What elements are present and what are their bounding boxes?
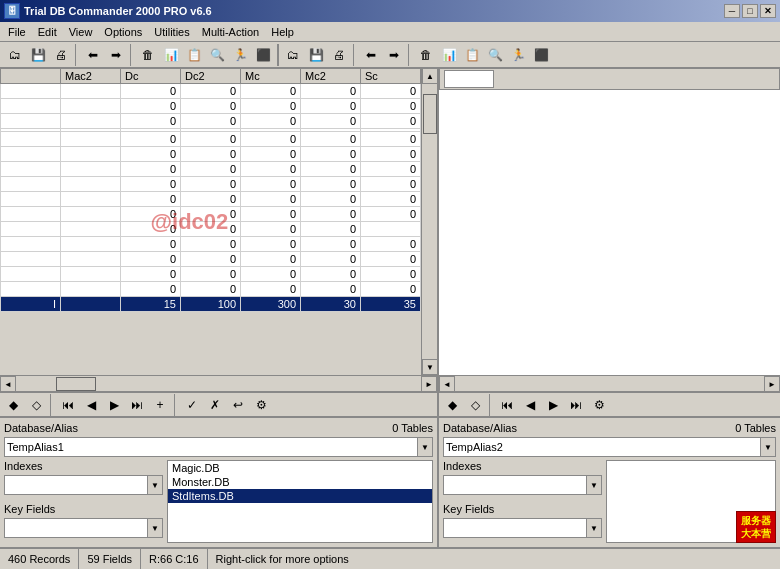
minimize-button[interactable]: ─ (724, 4, 740, 18)
scroll-down-btn[interactable]: ▼ (422, 359, 437, 375)
left-scrollbar-v[interactable]: ▲ ▼ (421, 68, 437, 375)
menu-help[interactable]: Help (265, 24, 300, 40)
left-indexes-input[interactable] (4, 475, 147, 495)
right-keyfields-input[interactable] (443, 518, 586, 538)
table-cell[interactable]: 0 (241, 222, 301, 237)
left-indexes-arrow[interactable]: ▼ (147, 475, 163, 495)
right-scroll-right[interactable]: ► (764, 376, 780, 392)
table-row[interactable]: 00000 (1, 237, 421, 252)
table-cell[interactable]: 0 (121, 177, 181, 192)
menu-utilities[interactable]: Utilities (148, 24, 195, 40)
table-cell[interactable]: 0 (241, 207, 301, 222)
db-list-item[interactable]: Monster.DB (168, 475, 432, 489)
right-scroll-left[interactable]: ◄ (439, 376, 455, 392)
table-cell[interactable] (61, 207, 121, 222)
table-cell[interactable]: 0 (121, 132, 181, 147)
scroll-up-btn[interactable]: ▲ (422, 68, 437, 84)
tb-r-save[interactable]: 💾 (305, 44, 327, 66)
table-cell[interactable]: 0 (121, 237, 181, 252)
table-cell[interactable]: 0 (241, 114, 301, 129)
table-cell[interactable]: 0 (181, 282, 241, 297)
tb-fwd[interactable]: ➡ (105, 44, 127, 66)
right-scrollbar-h[interactable]: ◄ ► (439, 375, 780, 391)
scroll-thumb[interactable] (423, 94, 437, 134)
rbt-diamond2[interactable]: ◇ (464, 394, 486, 416)
table-cell[interactable]: 0 (301, 177, 361, 192)
tb-r-open[interactable]: 🗂 (282, 44, 304, 66)
left-keyfields-arrow[interactable]: ▼ (147, 518, 163, 538)
table-row[interactable]: 00000 (1, 267, 421, 282)
table-cell[interactable]: 0 (241, 177, 301, 192)
table-cell[interactable] (61, 252, 121, 267)
table-cell[interactable]: 0 (241, 147, 301, 162)
left-alias-input[interactable] (4, 437, 417, 457)
table-cell[interactable]: 0 (121, 252, 181, 267)
table-row[interactable]: 00000 (1, 114, 421, 129)
scroll-h-thumb[interactable] (56, 377, 96, 391)
table-cell[interactable] (61, 132, 121, 147)
menu-options[interactable]: Options (98, 24, 148, 40)
tb-r-delete[interactable]: 🗑 (415, 44, 437, 66)
scroll-right-btn[interactable]: ► (421, 376, 437, 392)
tb-r-print[interactable]: 🖨 (328, 44, 350, 66)
table-cell[interactable]: 0 (181, 177, 241, 192)
tb-extra[interactable]: ⬛ (252, 44, 274, 66)
left-scrollbar-h[interactable]: ◄ ► (0, 375, 437, 391)
table-cell[interactable] (61, 177, 121, 192)
table-cell[interactable]: 0 (301, 207, 361, 222)
table-cell[interactable] (61, 147, 121, 162)
bt-undo[interactable]: ↩ (227, 394, 249, 416)
col-mac2[interactable]: Mac2 (61, 69, 121, 84)
table-cell[interactable]: 0 (361, 267, 421, 282)
table-cell[interactable]: 0 (121, 192, 181, 207)
menu-file[interactable]: File (2, 24, 32, 40)
bt-last[interactable]: ⏭ (126, 394, 148, 416)
tb-r-extra[interactable]: ⬛ (530, 44, 552, 66)
db-list-item[interactable]: Magic.DB (168, 461, 432, 475)
left-db-list[interactable]: Magic.DBMonster.DBStdItems.DB (167, 460, 433, 543)
table-cell[interactable]: 0 (361, 207, 421, 222)
table-row[interactable]: 00000 (1, 177, 421, 192)
table-cell[interactable]: 0 (301, 252, 361, 267)
table-cell-selected[interactable]: 35 (361, 297, 421, 312)
tb-back[interactable]: ⬅ (82, 44, 104, 66)
rbt-prev[interactable]: ◀ (519, 394, 541, 416)
bt-check[interactable]: ✓ (181, 394, 203, 416)
table-cell[interactable]: 0 (301, 114, 361, 129)
table-cell[interactable]: 0 (361, 114, 421, 129)
bt-first[interactable]: ⏮ (57, 394, 79, 416)
table-cell[interactable]: 0 (181, 237, 241, 252)
table-cell[interactable]: 0 (181, 99, 241, 114)
table-cell[interactable] (61, 237, 121, 252)
table-cell[interactable]: 0 (241, 282, 301, 297)
table-cell[interactable]: 0 (361, 99, 421, 114)
table-cell[interactable]: 0 (121, 222, 181, 237)
table-cell[interactable]: 0 (361, 132, 421, 147)
table-row[interactable]: 00000 (1, 207, 421, 222)
table-cell[interactable]: 0 (301, 237, 361, 252)
close-button[interactable]: ✕ (760, 4, 776, 18)
tb-r-back[interactable]: ⬅ (360, 44, 382, 66)
bt-diamond1[interactable]: ◆ (2, 394, 24, 416)
table-cell[interactable]: 0 (181, 147, 241, 162)
bt-diamond2[interactable]: ◇ (25, 394, 47, 416)
table-cell[interactable] (361, 222, 421, 237)
table-cell[interactable]: 0 (301, 99, 361, 114)
table-cell[interactable]: 0 (181, 267, 241, 282)
right-indexes-input[interactable] (443, 475, 586, 495)
rbt-first[interactable]: ⏮ (496, 394, 518, 416)
scroll-left-btn[interactable]: ◄ (0, 376, 16, 392)
table-cell[interactable]: 0 (361, 192, 421, 207)
table-cell[interactable]: 0 (241, 84, 301, 99)
tb-run[interactable]: 🏃 (229, 44, 251, 66)
bt-next[interactable]: ▶ (103, 394, 125, 416)
table-cell[interactable]: 0 (181, 192, 241, 207)
table-cell-selected[interactable]: 15 (121, 297, 181, 312)
table-cell[interactable]: 0 (181, 252, 241, 267)
tb-search[interactable]: 🔍 (206, 44, 228, 66)
table-cell[interactable]: 0 (241, 132, 301, 147)
table-cell[interactable]: 0 (121, 114, 181, 129)
table-row[interactable]: 00000 (1, 132, 421, 147)
left-table-scroll[interactable]: Mac2 Dc Dc2 Mc Mc2 Sc 000000000000000000… (0, 68, 421, 375)
right-alias-arrow[interactable]: ▼ (760, 437, 776, 457)
